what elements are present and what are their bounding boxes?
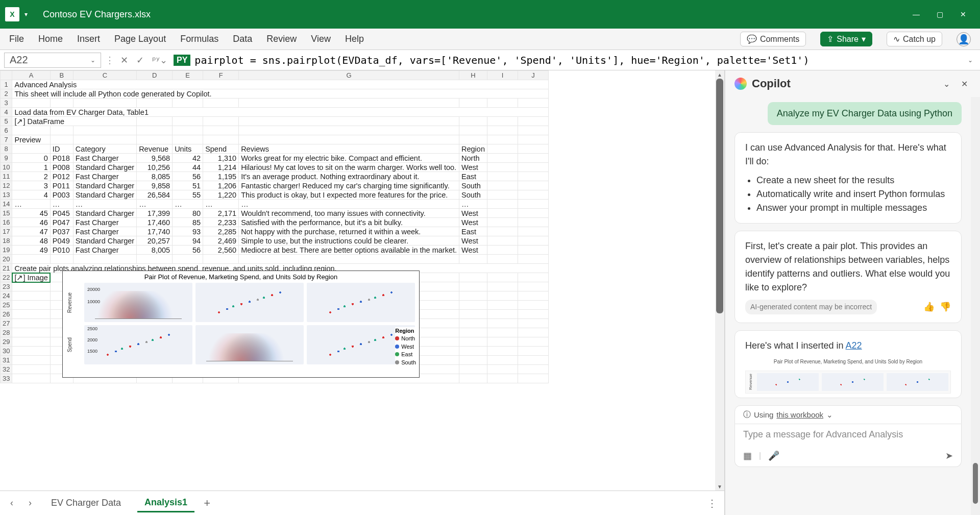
cell[interactable] (239, 117, 459, 126)
copilot-close-button[interactable]: ✕ (958, 79, 971, 89)
cell[interactable]: 20,257 (137, 236, 173, 246)
cell[interactable] (459, 117, 487, 126)
cell[interactable] (518, 126, 548, 135)
cell[interactable]: 55 (173, 190, 203, 200)
cell[interactable] (173, 99, 203, 108)
cell[interactable] (459, 365, 487, 374)
row-header[interactable]: 14 (1, 200, 12, 209)
thumbs-down-button[interactable]: 👎 (940, 300, 951, 314)
cell[interactable] (487, 218, 518, 227)
row-header[interactable]: 32 (1, 365, 12, 374)
cell[interactable] (459, 99, 487, 108)
sheet-tab-more-button[interactable]: ⋮ (707, 497, 717, 509)
copilot-scrollbar[interactable] (971, 97, 980, 515)
row-header[interactable]: 21 (1, 264, 12, 273)
cell[interactable]: P049 (50, 236, 73, 246)
cell[interactable]: South (459, 190, 487, 200)
cell[interactable]: Fast Charger (73, 227, 136, 236)
cell[interactable] (518, 135, 548, 144)
col-header[interactable]: G (239, 71, 459, 80)
cell[interactable] (487, 181, 518, 190)
accept-formula-button[interactable]: ✓ (134, 55, 146, 66)
cell[interactable]: P010 (50, 246, 73, 255)
cell[interactable] (487, 200, 518, 209)
cell[interactable]: 1,214 (203, 163, 239, 172)
cell[interactable]: This product is okay, but I expected mor… (239, 190, 459, 200)
cell[interactable] (487, 374, 518, 383)
cell[interactable]: [↗] DataFrame (12, 117, 137, 126)
col-header[interactable]: A (12, 71, 50, 80)
cell[interactable]: P037 (50, 227, 73, 236)
add-sheet-button[interactable]: + (204, 497, 210, 510)
pairplot-image[interactable]: Pair Plot of Revenue, Marketing Spend, a… (62, 271, 420, 378)
col-header[interactable]: F (203, 71, 239, 80)
cell[interactable]: 47 (12, 227, 50, 236)
cell[interactable] (518, 200, 548, 209)
cell[interactable]: 1,310 (203, 154, 239, 163)
cell[interactable] (518, 328, 548, 337)
copilot-input[interactable]: Type a message for Advanced Analysis (743, 429, 953, 440)
cell[interactable] (487, 273, 518, 282)
row-header[interactable]: 18 (1, 236, 12, 246)
copilot-context-indicator[interactable]: ⓘ Using this workbook ⌄ (734, 405, 962, 424)
cell[interactable] (12, 347, 50, 356)
scroll-up-arrow-icon[interactable]: ▲ (715, 70, 724, 79)
cell[interactable] (518, 144, 548, 154)
cell[interactable] (487, 227, 518, 236)
cell[interactable] (518, 282, 548, 291)
ribbon-tab-data[interactable]: Data (233, 34, 252, 44)
cell[interactable]: 1 (12, 163, 50, 172)
cell[interactable] (12, 374, 50, 383)
cell[interactable] (487, 117, 518, 126)
cell[interactable]: 2,469 (203, 236, 239, 246)
row-header[interactable]: 19 (1, 246, 12, 255)
cell[interactable]: 80 (173, 209, 203, 218)
cell[interactable] (12, 144, 50, 154)
cell[interactable]: West (459, 218, 487, 227)
cell[interactable] (459, 356, 487, 365)
sheet-tab-ev-charger-data[interactable]: EV Charger Data (44, 495, 128, 511)
cell[interactable] (518, 301, 548, 310)
cell[interactable] (487, 328, 518, 337)
row-header[interactable]: 1 (1, 80, 12, 89)
cell[interactable] (487, 236, 518, 246)
cell[interactable]: 2,233 (203, 218, 239, 227)
cell[interactable]: 17,460 (137, 218, 173, 227)
cell[interactable] (459, 319, 487, 328)
cell[interactable]: Fast Charger (73, 172, 136, 181)
scrollbar-thumb[interactable] (716, 79, 723, 313)
cell[interactable] (487, 163, 518, 172)
ribbon-tab-view[interactable]: View (311, 34, 331, 44)
cell[interactable] (459, 282, 487, 291)
cell[interactable] (459, 135, 487, 144)
cell[interactable]: … (173, 200, 203, 209)
cell[interactable] (518, 181, 548, 190)
ribbon-tab-review[interactable]: Review (266, 34, 297, 44)
cell[interactable]: Standard Charger (73, 236, 136, 246)
cell[interactable]: Works great for my electric bike. Compac… (239, 154, 459, 163)
scrollbar-thumb[interactable] (973, 463, 978, 504)
cell[interactable]: 85 (173, 218, 203, 227)
cell[interactable] (487, 172, 518, 181)
cell[interactable] (12, 310, 50, 319)
context-link[interactable]: this workbook (776, 410, 823, 419)
cell[interactable]: West (459, 246, 487, 255)
chevron-down-icon[interactable]: ⌄ (90, 57, 95, 64)
cell[interactable]: 8,085 (137, 172, 173, 181)
ribbon-tab-help[interactable]: Help (345, 34, 364, 44)
cell[interactable]: P003 (50, 190, 73, 200)
cell[interactable] (50, 135, 73, 144)
cell[interactable]: West (459, 236, 487, 246)
cell[interactable] (518, 218, 548, 227)
cell[interactable]: 10,256 (137, 163, 173, 172)
cell[interactable]: … (12, 200, 50, 209)
cell[interactable]: West (459, 163, 487, 172)
cell[interactable] (12, 356, 50, 365)
cell[interactable]: Standard Charger (73, 190, 136, 200)
row-header[interactable]: 11 (1, 172, 12, 181)
cell[interactable] (459, 337, 487, 347)
cell[interactable] (50, 126, 73, 135)
cell[interactable] (518, 117, 548, 126)
row-header[interactable]: 22 (1, 273, 12, 282)
scroll-down-arrow-icon[interactable]: ▼ (715, 482, 724, 491)
